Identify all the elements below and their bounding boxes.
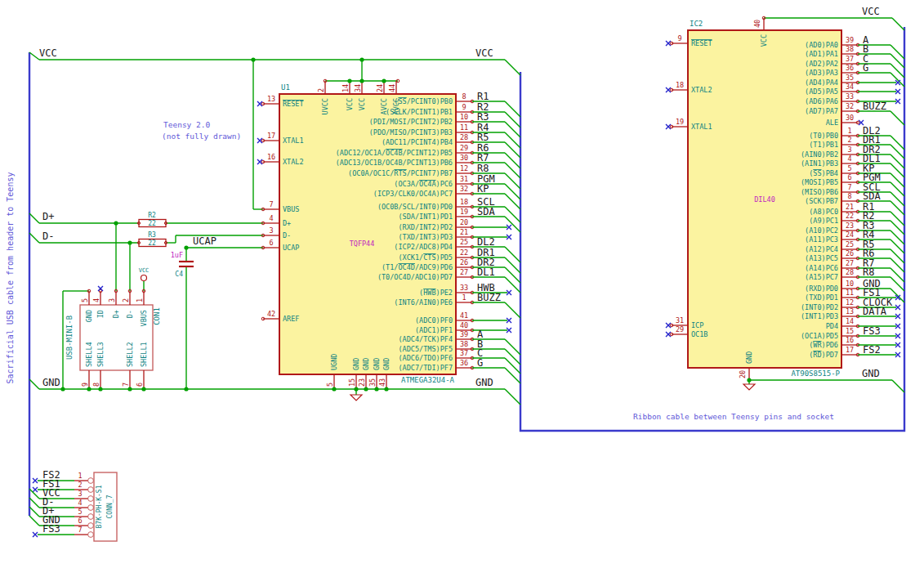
pin-number: 6	[847, 173, 851, 181]
pin-name: (ADC6/TDO)PF6	[398, 354, 453, 362]
pin-name: (ICP3/CLK0/OC4A)PC7	[373, 190, 453, 198]
no-connect-icon	[33, 478, 38, 483]
pin-number: 6	[136, 383, 144, 387]
u1-ref[interactable]: U1	[281, 83, 290, 92]
wire	[891, 289, 904, 302]
net-label[interactable]: SDA	[863, 190, 881, 202]
junction-dot	[60, 387, 65, 391]
net-label[interactable]: G	[477, 357, 483, 369]
pin-name: GND	[373, 358, 381, 370]
pin-name: (WR)PD6	[809, 341, 838, 349]
pin-number: 5	[326, 383, 334, 387]
wire	[505, 207, 520, 222]
net-label[interactable]: R7	[477, 152, 489, 163]
r2-ref[interactable]: R2	[148, 212, 156, 219]
pin-name: (ADC11/PCINT4)PB4	[382, 138, 453, 146]
pin-number: 38	[460, 340, 468, 348]
net-label[interactable]: DL2	[477, 236, 495, 248]
pin-number: 42	[267, 310, 275, 318]
pin-name: (ADC7/TDI)PF7	[398, 364, 453, 372]
pin-name: (INT6/AIN0)PE6	[394, 298, 453, 307]
pin-end-circle	[88, 532, 94, 538]
pin-end-circle	[88, 487, 94, 493]
pin-number: 1	[136, 298, 144, 302]
pin-name: (A11)PC3	[805, 235, 838, 244]
net-label-gnd-left[interactable]: GND	[42, 377, 60, 388]
net-label[interactable]: R8	[863, 266, 874, 278]
net-label[interactable]: R5	[477, 132, 489, 143]
net-label-dminus[interactable]: D-	[42, 231, 54, 242]
net-label[interactable]: R8	[477, 163, 489, 174]
pin-name: (T1/OC4D/ADC9)PD6	[382, 263, 453, 271]
c4-ref[interactable]: C4	[175, 271, 183, 278]
junction-dot	[374, 387, 378, 391]
net-label-gnd-ic2[interactable]: GND	[862, 368, 880, 379]
pin-name: (ICP2/ADC8)PD4	[394, 243, 453, 251]
pin-number: 17	[846, 346, 854, 354]
net-label[interactable]: BUZZ	[477, 292, 501, 303]
net-label[interactable]: R3	[477, 111, 489, 123]
pin-number: 35	[368, 378, 377, 387]
r2-value: 22	[148, 220, 156, 227]
r3-value: 22	[148, 239, 156, 247]
vcc-power-symbol-icon	[141, 275, 147, 281]
net-label[interactable]: R1	[477, 91, 489, 102]
pin-name: XTAL1	[283, 137, 304, 145]
usb-value: USB-MINI-B	[65, 316, 74, 360]
net-label-gnd-u1[interactable]: GND	[475, 377, 493, 388]
net-label[interactable]: SDA	[477, 206, 495, 217]
pin-name: UCAP	[283, 244, 299, 252]
pin-name: (ADC1)PF1	[415, 326, 453, 334]
ic2-ref[interactable]: IC2	[690, 20, 703, 28]
pin-name: (RXD/INT2)PD2	[398, 223, 453, 231]
pin-name: SHELL3	[96, 342, 105, 367]
pin-number: 27	[846, 259, 854, 267]
net-label-vcc-ic2[interactable]: VCC	[862, 6, 880, 17]
note-sacrificial-usb[interactable]: Sacrificial USB cable from header to Tee…	[6, 172, 15, 384]
net-label[interactable]: FS3	[42, 523, 60, 535]
pin-name: (XCK1/CTS)PD5	[398, 253, 453, 262]
note-ribbon-cable[interactable]: Ribbon cable between Teensy pins and soc…	[633, 412, 834, 421]
pin-number: 26	[846, 249, 854, 257]
junction-dot	[382, 78, 386, 83]
pin-number: 38	[846, 45, 854, 53]
ic2-footprint: DIL40	[754, 195, 775, 204]
pin-name: RESET	[283, 100, 304, 108]
net-label-ucap[interactable]: UCAP	[193, 235, 216, 247]
note-teensy-line1[interactable]: Teensy 2.0	[163, 120, 210, 129]
net-label[interactable]: DATA	[863, 306, 887, 317]
r3-ref[interactable]: R3	[148, 231, 156, 239]
pin-number: 15	[846, 327, 854, 335]
note-teensy-line2[interactable]: (not fully drawn)	[162, 132, 241, 141]
net-label[interactable]: FS2	[863, 344, 881, 356]
pin-number: 39	[460, 330, 468, 338]
pin-name: (A14)PC6	[805, 264, 838, 272]
pin-name: (SS)PB4	[809, 169, 838, 177]
net-label[interactable]: G	[863, 62, 868, 74]
net-label[interactable]: KP	[477, 183, 489, 195]
pin-number: 22	[460, 248, 468, 257]
pin-name: (A12)PC4	[805, 245, 838, 253]
pin-name: (ADC5/TMS)PF5	[398, 345, 453, 353]
pin-name: (OC0B/SCL/INT0)PD0	[377, 203, 453, 211]
pin-number: 20	[739, 370, 747, 378]
conn7-ref[interactable]: CONN_7	[106, 495, 114, 518]
c4-value: 1uF	[171, 251, 183, 259]
wire	[891, 111, 904, 125]
wire	[29, 233, 39, 243]
no-connect-icon	[33, 532, 38, 537]
net-label-dplus[interactable]: D+	[42, 211, 54, 222]
pin-name: VCC	[358, 98, 366, 110]
net-label-vcc-left[interactable]: VCC	[39, 47, 57, 59]
pin-name: AREF	[283, 315, 299, 323]
usb-ref[interactable]: CON1	[153, 307, 161, 325]
pin-number: 4	[269, 214, 273, 222]
pin-number: 13	[846, 307, 854, 316]
pin-number: 7	[122, 383, 130, 387]
wire	[505, 339, 520, 355]
net-label[interactable]: FS3	[863, 325, 881, 337]
net-label[interactable]: DL1	[477, 266, 495, 278]
pin-number: 5	[847, 164, 851, 172]
net-label[interactable]: BUZZ	[863, 101, 886, 112]
net-label-vcc-u1[interactable]: VCC	[475, 47, 493, 59]
